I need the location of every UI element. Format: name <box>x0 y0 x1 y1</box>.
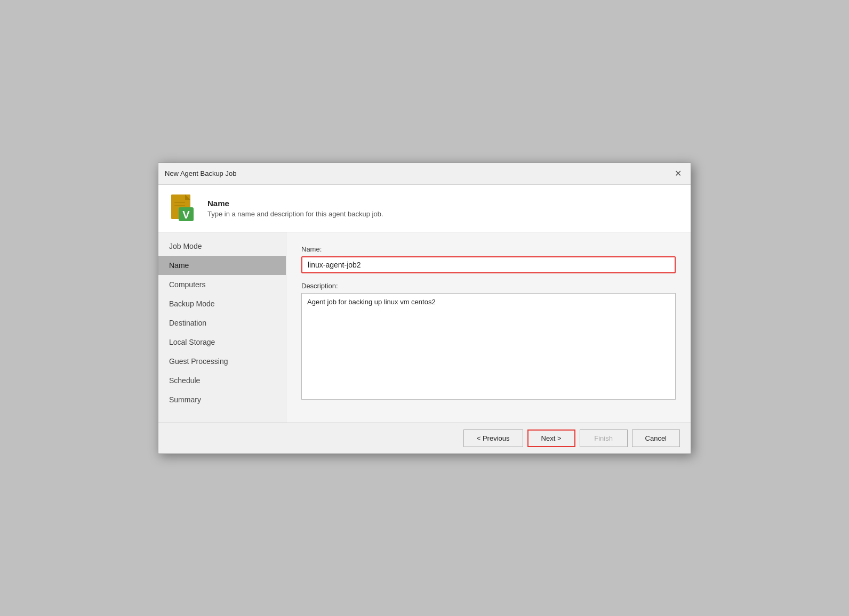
sidebar-item-schedule[interactable]: Schedule <box>158 371 286 390</box>
description-textarea[interactable] <box>301 293 676 400</box>
header-text: Name Type in a name and description for … <box>207 199 383 218</box>
previous-button[interactable]: < Previous <box>463 429 523 447</box>
dialog-title: New Agent Backup Job <box>165 169 236 177</box>
sidebar-item-computers[interactable]: Computers <box>158 275 286 294</box>
header-title: Name <box>207 199 383 208</box>
sidebar-item-guest-processing[interactable]: Guest Processing <box>158 352 286 371</box>
description-label: Description: <box>301 282 676 290</box>
svg-rect-4 <box>174 202 185 203</box>
svg-rect-5 <box>174 205 185 206</box>
name-field-group: Name: <box>301 245 676 273</box>
title-bar: New Agent Backup Job ✕ <box>158 163 691 185</box>
sidebar-item-job-mode[interactable]: Job Mode <box>158 237 286 256</box>
dialog-body: Job Mode Name Computers Backup Mode Dest… <box>158 232 691 423</box>
new-agent-backup-job-dialog: New Agent Backup Job ✕ V Nam <box>158 163 691 454</box>
name-input[interactable] <box>301 256 676 273</box>
svg-text:V: V <box>182 209 190 221</box>
dialog-header: V Name Type in a name and description fo… <box>158 185 691 232</box>
sidebar-item-name[interactable]: Name <box>158 256 286 275</box>
sidebar-item-summary[interactable]: Summary <box>158 390 286 409</box>
header-icon: V <box>169 193 199 223</box>
dialog-footer: < Previous Next > Finish Cancel <box>158 423 691 453</box>
close-button[interactable]: ✕ <box>671 167 684 180</box>
main-content: Name: Description: <box>286 232 691 423</box>
sidebar-item-backup-mode[interactable]: Backup Mode <box>158 294 286 313</box>
finish-button[interactable]: Finish <box>580 429 628 447</box>
sidebar-item-local-storage[interactable]: Local Storage <box>158 333 286 352</box>
cancel-button[interactable]: Cancel <box>632 429 680 447</box>
sidebar-item-destination[interactable]: Destination <box>158 313 286 333</box>
header-description: Type in a name and description for this … <box>207 210 383 218</box>
name-label: Name: <box>301 245 676 253</box>
description-field-group: Description: <box>301 282 676 401</box>
next-button[interactable]: Next > <box>527 429 575 447</box>
sidebar: Job Mode Name Computers Backup Mode Dest… <box>158 232 286 423</box>
